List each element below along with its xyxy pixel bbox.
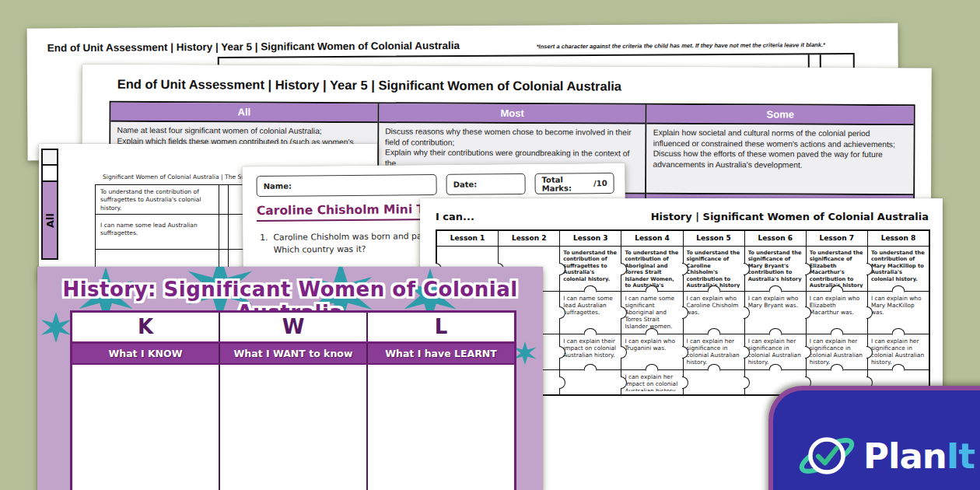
puzzle-cell: [683, 370, 744, 394]
sheet-title-right: History | Significant Women of Colonial …: [651, 211, 929, 222]
puzzle-cell: I can explain who Mary Bryant was.: [744, 292, 806, 334]
puzzle-cell: I can explain who Mary MacKillop was.: [867, 292, 929, 334]
lessons-header-row: Lesson 1 Lesson 2 Lesson 3 Lesson 4 Less…: [437, 231, 929, 246]
kwl-letters-row: K W L: [72, 313, 514, 344]
name-label: Name:: [264, 182, 292, 191]
lesson-header: Lesson 5: [683, 231, 744, 246]
kwl-subheader-want: What I WANT to know: [219, 344, 366, 363]
question-text: Caroline Chisholm was born and pas Which…: [273, 230, 426, 257]
cell-text: I can explain their impact on colonial A…: [563, 338, 618, 366]
cell-text: I can explain who Caroline Chisholm was.: [687, 295, 741, 331]
cell-text: I can explain her significance in coloni…: [871, 338, 926, 366]
cell-text: I can explain her impact on colonial Aus…: [625, 373, 679, 391]
kwl-body-row: [72, 365, 514, 490]
cell-text: To understand the significance of Caroli…: [687, 250, 741, 288]
marks-label: Total Marks:: [542, 175, 594, 193]
cell-text: To understand the significance of Mary B…: [748, 250, 803, 288]
puzzle-cell: I can name some lead Australian suffrage…: [559, 292, 621, 334]
date-label: Date:: [453, 180, 478, 189]
column-header: All: [111, 103, 378, 123]
marks-value: /10: [593, 179, 607, 187]
cell-text: [563, 373, 618, 391]
cell-text: To understand the contribution of Aborig…: [625, 250, 679, 288]
puzzle-cell: To understand the contribution of suffra…: [559, 247, 621, 291]
brand-plan: Plan: [863, 436, 947, 477]
puzzle-cell: I can explain their impact on colonial A…: [559, 334, 621, 369]
kwl-empty-cell: [366, 365, 514, 490]
cell-text: [687, 373, 741, 391]
cell-text: I can explain who Mary Bryant was.: [748, 295, 803, 331]
starburst-decoration: [513, 341, 537, 365]
side-tab-label: All: [44, 213, 56, 228]
lesson-header: Lesson 8: [867, 231, 929, 246]
lesson-header: Lesson 7: [806, 231, 867, 246]
question-1: 1. Caroline Chisholm was born and pas Wh…: [260, 230, 426, 257]
puzzle-cell: I can explain her impact on colonial Aus…: [621, 370, 682, 394]
kwl-subheader-learnt: What I have LEARNT: [366, 344, 514, 363]
planit-brand-badge: PlanIt: [768, 386, 980, 490]
puzzle-cell: I can explain who Caroline Chisholm was.: [683, 292, 744, 334]
cell-text: I can explain her significance in coloni…: [810, 338, 864, 366]
lesson-header: Lesson 4: [621, 231, 682, 246]
cell-text: To understand the contribution of Mary M…: [871, 250, 926, 288]
cell-text: I can explain who Truganini was.: [625, 338, 679, 366]
name-field: Name:: [257, 174, 437, 197]
puzzle-cell: I can explain who Truganini was.: [621, 334, 682, 369]
cell-text: To understand the significance of Elizab…: [810, 250, 864, 288]
page-title: End of Unit Assessment | History | Year …: [47, 40, 460, 54]
lesson-header: Lesson 6: [744, 231, 806, 246]
lesson-header: Lesson 1: [437, 231, 498, 246]
puzzle-cell: [559, 370, 621, 394]
question-line: Which country was it?: [274, 244, 366, 255]
objective-text: I can name some lead Australian suffrage…: [100, 222, 214, 238]
kwl-empty-cell: [219, 365, 366, 490]
puzzle-cell: I can explain her significance in coloni…: [683, 334, 744, 369]
cell-text: I can explain her significance in coloni…: [687, 338, 741, 366]
cell-text: I can name some lead Australian suffrage…: [563, 295, 618, 331]
puzzle-cell: To understand the contribution of Mary M…: [867, 247, 929, 291]
date-field: Date:: [446, 173, 525, 195]
brand-it: It: [947, 436, 975, 477]
cell-text: I can explain who Mary MacKillop was.: [871, 295, 926, 331]
puzzle-cell: To understand the significance of Elizab…: [806, 247, 867, 291]
puzzle-cell: I can explain her significance in coloni…: [806, 334, 867, 369]
cell-text: I can name some significant Aboriginal a…: [625, 295, 679, 331]
cell-text: I can explain her significance in coloni…: [748, 338, 803, 366]
criteria-column-some: Some Explain how societal and cultural n…: [645, 105, 913, 212]
puzzle-cell: To understand the significance of Caroli…: [683, 247, 744, 291]
side-tab-all: All: [41, 180, 58, 260]
column-header: Most: [379, 103, 646, 124]
resource-preview-collage: End of Unit Assessment | History | Year …: [0, 0, 980, 490]
lesson-header: Lesson 3: [559, 231, 621, 246]
puzzle-cell: I can explain her significance in coloni…: [867, 334, 929, 369]
puzzle-cell: To understand the contribution of Aborig…: [621, 247, 682, 291]
planit-logo-icon: [796, 431, 857, 481]
cell-text: To understand the contribution of suffra…: [563, 250, 618, 288]
objective-text: To understand the contribution of suffra…: [100, 188, 214, 212]
kwl-empty-cell: [72, 365, 219, 490]
kwl-chart-sheet: History: Significant Women of Colonial A…: [37, 267, 543, 490]
question-line: Caroline Chisholm was born and pas: [273, 231, 426, 243]
planit-wordmark: PlanIt: [863, 436, 975, 477]
teacher-note: *Insert a character against the criteria…: [537, 41, 863, 51]
criteria-text: Explain how societal and cultural norms …: [646, 124, 913, 195]
total-marks-field: Total Marks: /10: [534, 173, 614, 194]
kwl-subheader-row: What I KNOW What I WANT to know What I h…: [72, 344, 514, 365]
sheet-title-left: I can...: [436, 211, 474, 222]
question-number: 1.: [260, 232, 268, 257]
page-title: End of Unit Assessment | History | Year …: [117, 77, 621, 94]
kwl-letter-k: K: [72, 313, 219, 341]
cell-text: I can explain who Elizabeth Macarthur wa…: [810, 295, 864, 331]
kwl-subheader-know: What I KNOW: [72, 344, 219, 363]
puzzle-cell: To understand the significance of Mary B…: [744, 247, 806, 291]
puzzle-cell: I can explain her significance in coloni…: [744, 334, 806, 369]
kwl-letter-l: L: [366, 313, 514, 341]
column-header: Some: [647, 105, 914, 125]
puzzle-cell: I can name some significant Aboriginal a…: [621, 292, 682, 334]
lesson-header: Lesson 2: [498, 231, 559, 246]
kwl-letter-w: W: [219, 313, 366, 341]
kwl-table: K W L What I KNOW What I WANT to know Wh…: [70, 310, 516, 490]
puzzle-cell: I can explain who Elizabeth Macarthur wa…: [806, 292, 867, 334]
